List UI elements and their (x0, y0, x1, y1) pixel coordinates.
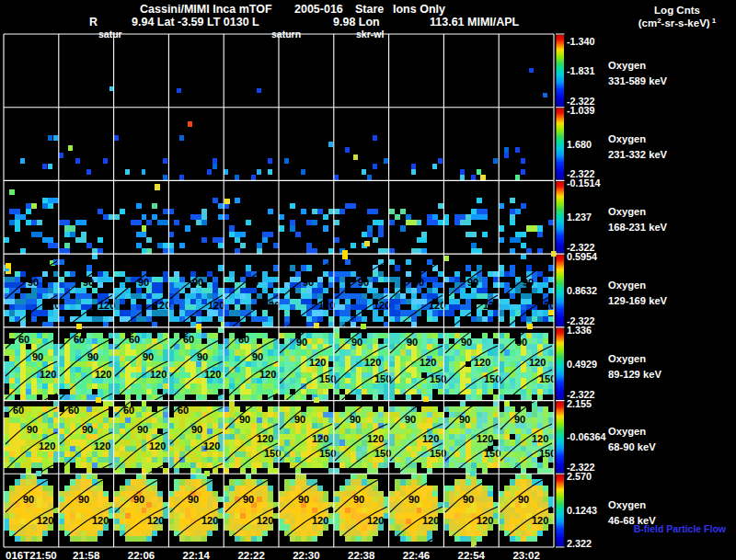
svg-text:90: 90 (303, 277, 314, 288)
svg-text:120: 120 (474, 357, 490, 368)
svg-text:2.322: 2.322 (567, 538, 592, 549)
svg-text:90: 90 (353, 494, 364, 505)
svg-text:60: 60 (68, 405, 79, 416)
svg-text:90: 90 (467, 277, 478, 288)
svg-text:15: 15 (543, 532, 554, 543)
svg-text:129-169 keV: 129-169 keV (608, 295, 668, 306)
svg-text:90: 90 (523, 277, 534, 288)
svg-text:120: 120 (364, 357, 381, 368)
svg-text:90: 90 (28, 277, 39, 288)
svg-text:22:54: 22:54 (458, 550, 486, 560)
svg-text:90: 90 (83, 277, 94, 288)
svg-text:Oxygen: Oxygen (608, 499, 646, 510)
svg-text:90: 90 (192, 277, 203, 288)
svg-text:120: 120 (204, 369, 221, 380)
svg-text:90: 90 (191, 424, 202, 435)
svg-text:90: 90 (252, 351, 263, 362)
svg-text:90: 90 (247, 277, 259, 288)
svg-text:2005-016: 2005-016 (294, 3, 343, 16)
svg-text:60: 60 (129, 334, 140, 345)
svg-text:60: 60 (238, 334, 249, 345)
svg-text:15: 15 (268, 532, 279, 543)
svg-text:120: 120 (147, 515, 164, 526)
svg-text:120: 120 (422, 515, 439, 526)
svg-text:120: 120 (201, 515, 218, 526)
svg-text:90: 90 (137, 424, 148, 435)
svg-text:90: 90 (143, 351, 154, 362)
svg-text:150: 150 (484, 448, 500, 459)
svg-text:90: 90 (514, 414, 525, 425)
svg-text:90: 90 (516, 337, 527, 348)
svg-text:Oxygen: Oxygen (608, 60, 646, 71)
svg-text:120: 120 (149, 440, 166, 451)
svg-text:Stare: Stare (355, 3, 384, 16)
svg-text:90: 90 (87, 351, 98, 362)
svg-text:1.336: 1.336 (567, 325, 592, 336)
svg-text:23:02: 23:02 (512, 550, 539, 560)
svg-text:9.98 Lon: 9.98 Lon (333, 16, 380, 29)
svg-text:120: 120 (37, 515, 53, 526)
svg-text:90: 90 (459, 414, 470, 425)
svg-text:120: 120 (94, 440, 110, 451)
svg-text:60: 60 (13, 405, 24, 416)
svg-text:22:38: 22:38 (348, 550, 375, 560)
svg-text:0.5954: 0.5954 (567, 251, 597, 262)
svg-text:-0.06364: -0.06364 (567, 431, 606, 442)
svg-text:120: 120 (367, 433, 384, 444)
svg-text:120: 120 (257, 433, 273, 444)
svg-text:90: 90 (463, 494, 474, 505)
svg-text:22:22: 22:22 (237, 550, 264, 560)
svg-text:68-90 keV: 68-90 keV (608, 441, 656, 452)
svg-text:120: 120 (95, 369, 111, 380)
svg-text:60: 60 (183, 334, 194, 345)
svg-text:Cassini/MIMI Inca mTOF: Cassini/MIMI Inca mTOF (140, 3, 272, 16)
svg-text:120: 120 (312, 515, 328, 526)
svg-text:120: 120 (477, 433, 493, 444)
svg-text:90: 90 (408, 494, 420, 505)
svg-text:60: 60 (178, 405, 189, 416)
svg-text:B-field Particle Flow: B-field Particle Flow (634, 523, 727, 534)
svg-text:0.8632: 0.8632 (567, 285, 597, 296)
svg-text:22:46: 22:46 (403, 550, 430, 560)
svg-text:90: 90 (351, 337, 362, 348)
svg-text:90: 90 (298, 494, 309, 505)
svg-text:0.4929: 0.4929 (567, 359, 597, 370)
svg-text:1.680: 1.680 (567, 139, 592, 150)
svg-text:-1.340: -1.340 (567, 36, 595, 47)
svg-text:22:30: 22:30 (293, 550, 319, 560)
svg-text:90: 90 (407, 337, 418, 348)
svg-text:120: 120 (318, 300, 335, 311)
svg-text:90: 90 (133, 494, 144, 505)
svg-text:-1.039: -1.039 (567, 105, 595, 116)
svg-text:-0.1514: -0.1514 (567, 177, 601, 189)
svg-text:60: 60 (18, 334, 29, 345)
svg-text:skr-wl: skr-wl (356, 29, 384, 40)
svg-text:120: 120 (259, 369, 276, 380)
svg-text:Oxygen: Oxygen (608, 353, 646, 364)
svg-text:satur: satur (98, 29, 122, 40)
svg-text:120: 120 (374, 300, 390, 311)
svg-text:22:14: 22:14 (183, 550, 211, 560)
svg-text:120: 120 (43, 300, 60, 311)
svg-text:90: 90 (78, 494, 89, 505)
svg-text:Oxygen: Oxygen (608, 133, 646, 144)
svg-text:120: 120 (203, 440, 220, 451)
svg-text:9.94 Lat -3.59 LT 0130 L: 9.94 Lat -3.59 LT 0130 L (132, 16, 259, 29)
svg-text:120: 120 (477, 515, 493, 526)
svg-text:231-332 keV: 231-332 keV (608, 149, 668, 160)
svg-text:120: 120 (92, 515, 109, 526)
svg-text:Ions Only: Ions Only (393, 3, 445, 16)
svg-text:(cm2-sr-s-keV) 1: (cm2-sr-s-keV) 1 (638, 17, 717, 29)
svg-text:15: 15 (488, 532, 499, 543)
svg-text:2.155: 2.155 (567, 398, 592, 409)
svg-text:Oxygen: Oxygen (608, 206, 646, 217)
svg-text:90: 90 (32, 351, 43, 362)
svg-text:1.237: 1.237 (567, 211, 592, 223)
svg-text:Oxygen: Oxygen (608, 280, 646, 291)
svg-text:90: 90 (27, 424, 38, 435)
svg-text:90: 90 (138, 277, 149, 288)
svg-text:90: 90 (23, 494, 34, 505)
svg-text:120: 120 (39, 440, 55, 451)
svg-text:60: 60 (74, 334, 85, 345)
svg-text:89-129 keV: 89-129 keV (608, 369, 661, 380)
